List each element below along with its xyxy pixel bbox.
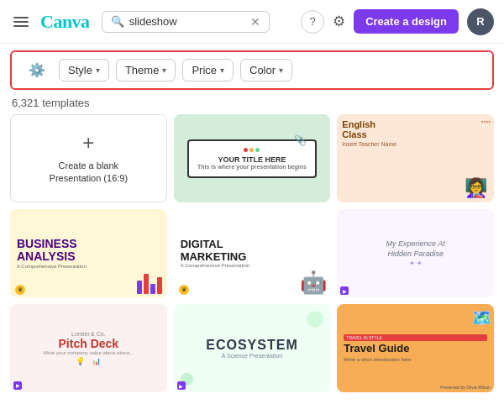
- color-chevron-icon: ▾: [279, 66, 283, 75]
- price-filter-button[interactable]: Price ▾: [182, 59, 234, 81]
- chart-icon: 📊: [92, 357, 101, 365]
- travel-label: TRAVEL IN STYLE: [344, 334, 487, 341]
- digital-crown-badge: ♛: [179, 285, 189, 295]
- english-class-title: EnglishClass: [342, 119, 375, 139]
- template-card-my-experience[interactable]: My Experience AtHidden Paradise ✦ ✦ ▶: [337, 209, 494, 297]
- ecosystem-subtitle: A Science Presentation: [222, 353, 282, 359]
- dots-deco: ••••: [481, 118, 491, 125]
- help-button[interactable]: ?: [301, 10, 324, 34]
- template-card-ecosystem[interactable]: ECOSYSTEM A Science Presentation ▶: [174, 304, 331, 392]
- header: Canva 🔍 ✕ ? ⚙ Create a design R: [0, 0, 504, 44]
- color-filter-button[interactable]: Color ▾: [240, 59, 292, 81]
- ecosystem-title: ECOSYSTEM: [206, 338, 297, 353]
- dots-decoration: [197, 148, 307, 152]
- title-here-subtitle: This is where your presentation begins: [197, 164, 307, 170]
- experience-play-badge: ▶: [340, 286, 349, 295]
- results-count: 6,321 templates: [0, 97, 504, 114]
- template-card-pitch-deck[interactable]: Lorelei & Co. Pitch Deck Write your comp…: [10, 304, 167, 392]
- business-subtitle: A Comprehensive Presentation: [17, 264, 160, 269]
- clear-search-icon[interactable]: ✕: [250, 15, 260, 29]
- avatar[interactable]: R: [467, 8, 494, 35]
- header-actions: ? ⚙ Create a design R: [301, 8, 494, 35]
- menu-icon[interactable]: [10, 13, 32, 30]
- eco-circle-deco-1: [307, 311, 323, 328]
- create-design-button[interactable]: Create a design: [354, 9, 459, 34]
- plus-icon: +: [82, 131, 94, 155]
- bar-chart: [137, 274, 162, 294]
- template-card-travel-guide[interactable]: TRAVEL IN STYLE Travel Guide Write a sho…: [337, 304, 494, 392]
- template-card-english-class[interactable]: EnglishClass Insert Teacher Name 👩‍🏫 •••…: [337, 114, 494, 202]
- filter-icon[interactable]: ⚙️: [22, 59, 52, 81]
- travel-author: Presented by Olivia Wilson: [440, 385, 491, 390]
- digital-subtitle: A Comprehensive Presentation: [181, 263, 324, 268]
- search-icon: 🔍: [111, 15, 124, 28]
- experience-title: My Experience AtHidden Paradise: [386, 239, 445, 259]
- pitch-icons: 💡 📊: [76, 357, 101, 365]
- clip-icon: 📎: [294, 134, 307, 146]
- english-class-subtitle: Insert Teacher Name: [342, 141, 396, 147]
- filter-bar: ⚙️ Style ▾ Theme ▾ Price ▾ Color ▾: [10, 50, 494, 90]
- style-filter-button[interactable]: Style ▾: [59, 59, 109, 81]
- business-title: BUSINESSANALYSIS: [17, 238, 160, 264]
- template-card-business-analysis[interactable]: BUSINESSANALYSIS A Comprehensive Present…: [10, 209, 167, 297]
- travel-subtitle: Write a short introduction here: [344, 357, 487, 362]
- theme-chevron-icon: ▾: [162, 66, 166, 75]
- digital-title: DIGITALMARKETING: [181, 239, 324, 263]
- search-bar: 🔍 ✕: [102, 11, 270, 33]
- experience-decoration: ✦ ✦: [409, 260, 423, 267]
- template-card-title-here[interactable]: 📎 YOUR TITLE HERE This is where your pre…: [174, 114, 331, 202]
- theme-filter-button[interactable]: Theme ▾: [116, 59, 176, 81]
- pitch-subtitle: Write your company value about about...: [44, 350, 134, 355]
- search-input[interactable]: [129, 15, 247, 28]
- title-here-text: YOUR TITLE HERE: [197, 155, 307, 164]
- ecosystem-play-badge: ▶: [177, 381, 186, 390]
- pitch-title: Pitch Deck: [59, 337, 119, 350]
- blank-card-label: Create a blankPresentation (16:9): [50, 160, 129, 186]
- teacher-figure-icon: 👩‍🏫: [465, 177, 487, 199]
- price-chevron-icon: ▾: [220, 66, 224, 75]
- pitch-company-name: Lorelei & Co.: [71, 331, 105, 337]
- marketing-figure-icon: 🤖: [300, 270, 327, 296]
- lightbulb-icon: 💡: [76, 357, 85, 365]
- style-chevron-icon: ▾: [96, 66, 100, 75]
- template-card-blank[interactable]: + Create a blankPresentation (16:9): [10, 114, 167, 202]
- crown-badge: ♛: [15, 285, 25, 295]
- title-here-box: 📎 YOUR TITLE HERE This is where your pre…: [187, 139, 317, 178]
- logo: Canva: [40, 11, 90, 33]
- travel-deco-icon: 🗺️: [471, 307, 492, 328]
- travel-title: Travel Guide: [344, 343, 487, 354]
- template-grid: + Create a blankPresentation (16:9) 📎 YO…: [0, 114, 504, 392]
- pitch-play-badge: ▶: [13, 381, 22, 390]
- settings-icon[interactable]: ⚙: [333, 13, 345, 30]
- template-card-digital-marketing[interactable]: DIGITALMARKETING A Comprehensive Present…: [174, 209, 331, 297]
